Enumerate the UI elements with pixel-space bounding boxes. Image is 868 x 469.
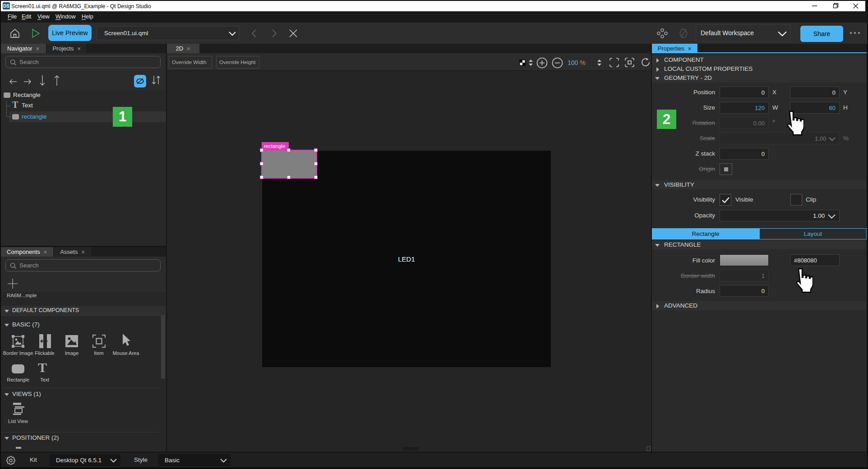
svg-text:DS: DS bbox=[3, 4, 9, 9]
